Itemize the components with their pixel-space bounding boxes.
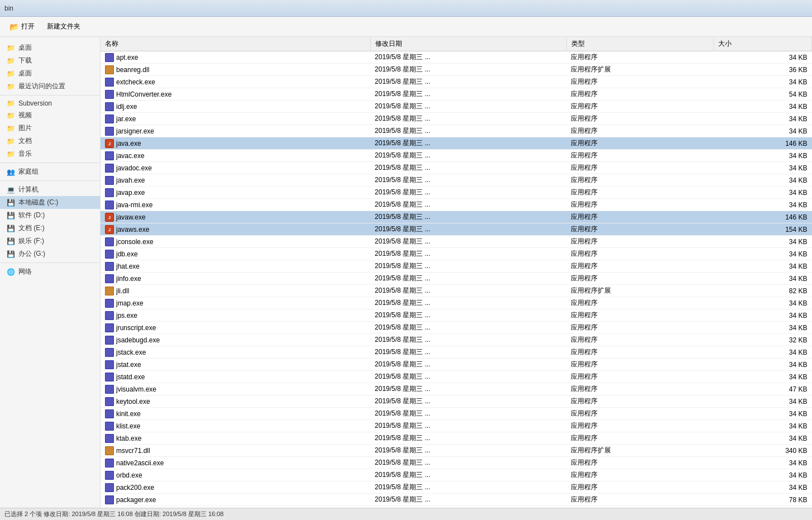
- table-row[interactable]: jinfo.exe2019/5/8 星期三 ...应用程序34 KB: [101, 273, 812, 285]
- open-button[interactable]: 📂 打开: [4, 20, 40, 34]
- table-row[interactable]: jconsole.exe2019/5/8 星期三 ...应用程序34 KB: [101, 236, 812, 248]
- table-row[interactable]: ktab.exe2019/5/8 星期三 ...应用程序34 KB: [101, 432, 812, 445]
- new-folder-button[interactable]: 新建文件夹: [42, 20, 85, 34]
- table-row[interactable]: jar.exe2019/5/8 星期三 ...应用程序34 KB: [101, 113, 812, 125]
- table-row[interactable]: extcheck.exe2019/5/8 星期三 ...应用程序34 KB: [101, 76, 812, 88]
- file-name: jdb.exe: [116, 250, 138, 258]
- table-row[interactable]: klist.exe2019/5/8 星期三 ...应用程序34 KB: [101, 420, 812, 432]
- sidebar-item-recent[interactable]: 📁 最近访问的位置: [0, 80, 100, 93]
- file-name: apt.exe: [116, 54, 138, 61]
- file-date-cell: 2019/5/8 星期三 ...: [370, 248, 566, 260]
- table-row[interactable]: javah.exe2019/5/8 星期三 ...应用程序34 KB: [101, 174, 812, 187]
- table-row[interactable]: jarsigner.exe2019/5/8 星期三 ...应用程序34 KB: [101, 125, 812, 137]
- table-row[interactable]: orbd.exe2019/5/8 星期三 ...应用程序34 KB: [101, 469, 812, 481]
- table-row[interactable]: Jjavaws.exe2019/5/8 星期三 ...应用程序154 KB: [101, 223, 812, 236]
- table-row[interactable]: javac.exe2019/5/8 星期三 ...应用程序34 KB: [101, 150, 812, 162]
- table-row[interactable]: javadoc.exe2019/5/8 星期三 ...应用程序34 KB: [101, 162, 812, 174]
- file-name-cell: jrunscript.exe: [101, 322, 370, 334]
- file-name-cell: jvisualvm.exe: [101, 383, 370, 395]
- file-name-cell: Jjava.exe: [101, 137, 370, 150]
- file-name-cell: jstatd.exe: [101, 371, 370, 383]
- table-row[interactable]: java-rmi.exe2019/5/8 星期三 ...应用程序34 KB: [101, 199, 812, 211]
- sidebar-label: 视频: [18, 111, 32, 120]
- file-name-cell: HtmlConverter.exe: [101, 88, 370, 101]
- java-icon: J: [105, 213, 114, 222]
- file-name-cell: packager.exe: [101, 494, 370, 506]
- sidebar-item-drive-e[interactable]: 💾 文档 (E:): [0, 222, 100, 235]
- file-name-cell: native2ascii.exe: [101, 457, 370, 469]
- file-date-cell: 2019/5/8 星期三 ...: [370, 494, 566, 506]
- file-type-cell: 应用程序: [566, 125, 713, 137]
- sidebar-item-music[interactable]: 📁 音乐: [0, 147, 100, 160]
- sidebar-item-drive-c[interactable]: 💾 本地磁盘 (C:): [0, 196, 100, 209]
- table-row[interactable]: jdb.exe2019/5/8 星期三 ...应用程序34 KB: [101, 248, 812, 260]
- table-row[interactable]: pack200.exe2019/5/8 星期三 ...应用程序34 KB: [101, 481, 812, 494]
- table-row[interactable]: jrunscript.exe2019/5/8 星期三 ...应用程序34 KB: [101, 322, 812, 334]
- table-row[interactable]: packager.exe2019/5/8 星期三 ...应用程序78 KB: [101, 494, 812, 506]
- table-row[interactable]: kinit.exe2019/5/8 星期三 ...应用程序34 KB: [101, 408, 812, 420]
- sidebar-item-downloads[interactable]: 📁 下载: [0, 54, 100, 67]
- col-date-header[interactable]: 修改日期: [370, 37, 566, 51]
- file-size-cell: 154 KB: [714, 223, 812, 236]
- sidebar-item-docs[interactable]: 📁 文档: [0, 135, 100, 147]
- file-type-cell: 应用程序: [566, 420, 713, 432]
- table-row[interactable]: jstat.exe2019/5/8 星期三 ...应用程序34 KB: [101, 359, 812, 371]
- file-date-cell: 2019/5/8 星期三 ...: [370, 150, 566, 162]
- sidebar-item-computer[interactable]: 💻 计算机: [0, 183, 100, 196]
- file-size-cell: 34 KB: [714, 125, 812, 137]
- table-row[interactable]: native2ascii.exe2019/5/8 星期三 ...应用程序34 K…: [101, 457, 812, 469]
- sidebar-item-desktop[interactable]: 📁 桌面: [0, 41, 100, 54]
- sidebar-item-network[interactable]: 🌐 网络: [0, 265, 100, 278]
- sidebar-item-pictures[interactable]: 📁 图片: [0, 122, 100, 135]
- sidebar-item-video[interactable]: 📁 视频: [0, 109, 100, 122]
- exe-icon: [105, 102, 114, 111]
- file-date-cell: 2019/5/8 星期三 ...: [370, 395, 566, 408]
- drive-icon: 💾: [7, 225, 15, 232]
- col-size-header[interactable]: 大小: [714, 37, 812, 51]
- table-row[interactable]: jstatd.exe2019/5/8 星期三 ...应用程序34 KB: [101, 371, 812, 383]
- file-date-cell: 2019/5/8 星期三 ...: [370, 408, 566, 420]
- table-row[interactable]: jvisualvm.exe2019/5/8 星期三 ...应用程序47 KB: [101, 383, 812, 395]
- file-type-cell: 应用程序: [566, 371, 713, 383]
- file-name-cell: ktab.exe: [101, 432, 370, 445]
- file-size-cell: 34 KB: [714, 457, 812, 469]
- file-type-cell: 应用程序: [566, 174, 713, 187]
- table-row[interactable]: msvcr71.dll2019/5/8 星期三 ...应用程序扩展340 KB: [101, 445, 812, 457]
- file-name-cell: jmap.exe: [101, 297, 370, 309]
- col-name-header[interactable]: 名称: [101, 37, 370, 51]
- table-row[interactable]: jps.exe2019/5/8 星期三 ...应用程序34 KB: [101, 309, 812, 322]
- table-row[interactable]: apt.exe2019/5/8 星期三 ...应用程序34 KB: [101, 51, 812, 64]
- table-row[interactable]: Jjava.exe2019/5/8 星期三 ...应用程序146 KB: [101, 137, 812, 150]
- table-row[interactable]: jli.dll2019/5/8 星期三 ...应用程序扩展82 KB: [101, 285, 812, 297]
- sidebar-item-subversion[interactable]: 📁 Subversion: [0, 98, 100, 109]
- exe-icon: [105, 53, 114, 62]
- sidebar-item-drive-d[interactable]: 💾 软件 (D:): [0, 209, 100, 222]
- table-row[interactable]: jsadebugd.exe2019/5/8 星期三 ...应用程序32 KB: [101, 334, 812, 346]
- table-row[interactable]: javap.exe2019/5/8 星期三 ...应用程序34 KB: [101, 187, 812, 199]
- sidebar-item-drive-f[interactable]: 💾 娱乐 (F:): [0, 235, 100, 247]
- col-type-header[interactable]: 类型: [566, 37, 713, 51]
- sidebar-item-desktop2[interactable]: 📁 桌面: [0, 67, 100, 80]
- file-table: 名称 修改日期 类型 大小 apt.exe2019/5/8 星期三 ...应用程…: [101, 37, 812, 520]
- table-row[interactable]: jstack.exe2019/5/8 星期三 ...应用程序34 KB: [101, 346, 812, 359]
- table-row[interactable]: keytool.exe2019/5/8 星期三 ...应用程序34 KB: [101, 395, 812, 408]
- file-size-cell: 34 KB: [714, 395, 812, 408]
- table-row[interactable]: beanreg.dll2019/5/8 星期三 ...应用程序扩展36 KB: [101, 64, 812, 76]
- table-row[interactable]: jmap.exe2019/5/8 星期三 ...应用程序34 KB: [101, 297, 812, 309]
- exe-icon: [105, 360, 114, 369]
- table-row[interactable]: Jjavaw.exe2019/5/8 星期三 ...应用程序146 KB: [101, 211, 812, 223]
- file-name-cell: pack200.exe: [101, 481, 370, 494]
- file-date-cell: 2019/5/8 星期三 ...: [370, 432, 566, 445]
- file-size-cell: 146 KB: [714, 137, 812, 150]
- file-name-cell: jar.exe: [101, 113, 370, 125]
- table-row[interactable]: jhat.exe2019/5/8 星期三 ...应用程序34 KB: [101, 260, 812, 273]
- file-name: jsadebugd.exe: [116, 336, 160, 344]
- file-name-cell: javah.exe: [101, 174, 370, 187]
- exe-icon: [105, 188, 114, 197]
- table-row[interactable]: HtmlConverter.exe2019/5/8 星期三 ...应用程序54 …: [101, 88, 812, 101]
- table-row[interactable]: idlj.exe2019/5/8 星期三 ...应用程序34 KB: [101, 101, 812, 113]
- sidebar-item-homegroup[interactable]: 👥 家庭组: [0, 165, 100, 178]
- sidebar-item-drive-g[interactable]: 💾 办公 (G:): [0, 247, 100, 260]
- main-layout: 📁 桌面 📁 下载 📁 桌面 📁 最近访问的位置 📁 Subversion: [0, 37, 812, 520]
- file-name: jar.exe: [116, 115, 136, 123]
